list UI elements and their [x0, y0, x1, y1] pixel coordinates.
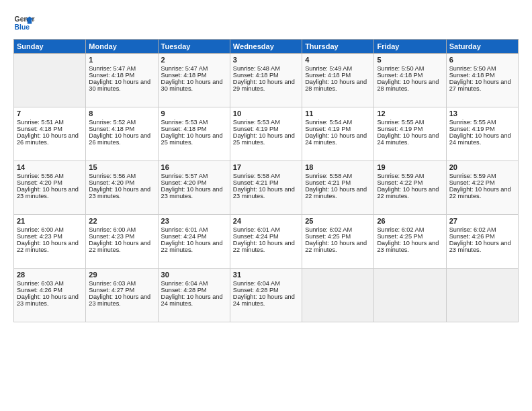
daylight-line: Daylight: 10 hours and 30 minutes. — [161, 79, 227, 92]
sunset-line: Sunset: 4:25 PM — [305, 233, 371, 240]
day-number: 2 — [161, 56, 227, 64]
sunset-line: Sunset: 4:26 PM — [449, 233, 515, 240]
day-number: 25 — [305, 217, 371, 225]
daylight-line: Daylight: 10 hours and 22 minutes. — [305, 186, 371, 199]
day-number: 30 — [161, 271, 227, 279]
day-number: 19 — [377, 163, 443, 171]
cell-w1-d4: 3Sunrise: 5:48 AMSunset: 4:18 PMDaylight… — [230, 54, 302, 107]
cell-w2-d5: 11Sunrise: 5:54 AMSunset: 4:19 PMDayligh… — [302, 107, 374, 161]
sunrise-line: Sunrise: 5:59 AM — [449, 173, 515, 179]
sunset-line: Sunset: 4:18 PM — [305, 72, 371, 79]
sunset-line: Sunset: 4:24 PM — [161, 233, 227, 240]
week-row-4: 21Sunrise: 6:00 AMSunset: 4:23 PMDayligh… — [14, 215, 519, 269]
cell-w1-d5: 4Sunrise: 5:49 AMSunset: 4:18 PMDaylight… — [302, 54, 374, 107]
cell-w1-d2: 1Sunrise: 5:47 AMSunset: 4:18 PMDaylight… — [86, 54, 158, 107]
sunrise-line: Sunrise: 6:02 AM — [305, 226, 371, 233]
sunset-line: Sunset: 4:26 PM — [17, 287, 83, 293]
sunrise-line: Sunrise: 6:01 AM — [161, 226, 227, 233]
daylight-line: Daylight: 10 hours and 22 minutes. — [161, 240, 227, 253]
week-row-2: 7Sunrise: 5:51 AMSunset: 4:18 PMDaylight… — [14, 107, 519, 161]
week-row-1: 1Sunrise: 5:47 AMSunset: 4:18 PMDaylight… — [14, 54, 519, 107]
cell-w3-d2: 15Sunrise: 5:56 AMSunset: 4:20 PMDayligh… — [86, 161, 158, 215]
cell-w1-d1 — [14, 54, 86, 107]
sunrise-line: Sunrise: 6:02 AM — [449, 226, 515, 233]
col-header-friday: Friday — [374, 40, 446, 54]
day-number: 8 — [89, 109, 154, 118]
day-number: 22 — [89, 217, 154, 225]
sunrise-line: Sunrise: 5:52 AM — [89, 119, 154, 126]
daylight-line: Daylight: 10 hours and 22 minutes. — [449, 186, 515, 199]
col-header-thursday: Thursday — [302, 40, 374, 54]
day-number: 12 — [377, 109, 443, 118]
daylight-line: Daylight: 10 hours and 23 minutes. — [89, 293, 154, 307]
daylight-line: Daylight: 10 hours and 26 minutes. — [89, 132, 154, 146]
day-number: 18 — [305, 163, 371, 171]
col-header-saturday: Saturday — [446, 40, 518, 54]
sunrise-line: Sunrise: 6:00 AM — [89, 226, 154, 233]
cell-w2-d2: 8Sunrise: 5:52 AMSunset: 4:18 PMDaylight… — [86, 107, 158, 161]
cell-w1-d3: 2Sunrise: 5:47 AMSunset: 4:18 PMDaylight… — [158, 54, 230, 107]
logo-icon: General Blue — [13, 12, 35, 34]
calendar-table: SundayMondayTuesdayWednesdayThursdayFrid… — [13, 39, 519, 322]
day-number: 10 — [233, 109, 299, 118]
sunrise-line: Sunrise: 6:03 AM — [89, 280, 154, 287]
sunset-line: Sunset: 4:28 PM — [233, 287, 299, 293]
sunrise-line: Sunrise: 5:48 AM — [233, 65, 299, 72]
day-number: 15 — [89, 163, 154, 171]
cell-w4-d7: 27Sunrise: 6:02 AMSunset: 4:26 PMDayligh… — [446, 215, 518, 269]
daylight-line: Daylight: 10 hours and 24 minutes. — [449, 132, 515, 146]
cell-w4-d1: 21Sunrise: 6:00 AMSunset: 4:23 PMDayligh… — [14, 215, 86, 269]
sunrise-line: Sunrise: 5:54 AM — [305, 119, 371, 126]
daylight-line: Daylight: 10 hours and 23 minutes. — [161, 186, 227, 199]
sunrise-line: Sunrise: 5:55 AM — [377, 119, 443, 126]
cell-w5-d6 — [374, 269, 446, 322]
sunrise-line: Sunrise: 6:04 AM — [161, 280, 227, 287]
sunrise-line: Sunrise: 5:53 AM — [233, 119, 299, 126]
daylight-line: Daylight: 10 hours and 25 minutes. — [161, 132, 227, 146]
sunset-line: Sunset: 4:23 PM — [89, 233, 154, 240]
day-number: 29 — [89, 271, 154, 279]
cell-w5-d3: 30Sunrise: 6:04 AMSunset: 4:28 PMDayligh… — [158, 269, 230, 322]
cell-w5-d5 — [302, 269, 374, 322]
cell-w4-d6: 26Sunrise: 6:02 AMSunset: 4:25 PMDayligh… — [374, 215, 446, 269]
daylight-line: Daylight: 10 hours and 23 minutes. — [377, 240, 443, 253]
daylight-line: Daylight: 10 hours and 22 minutes. — [377, 186, 443, 199]
sunset-line: Sunset: 4:18 PM — [89, 72, 154, 79]
cell-w3-d3: 16Sunrise: 5:57 AMSunset: 4:20 PMDayligh… — [158, 161, 230, 215]
logo: General Blue — [13, 12, 35, 34]
sunrise-line: Sunrise: 5:58 AM — [305, 173, 371, 179]
cell-w4-d3: 23Sunrise: 6:01 AMSunset: 4:24 PMDayligh… — [158, 215, 230, 269]
col-header-sunday: Sunday — [14, 40, 86, 54]
cell-w3-d1: 14Sunrise: 5:56 AMSunset: 4:20 PMDayligh… — [14, 161, 86, 215]
sunset-line: Sunset: 4:28 PM — [161, 287, 227, 293]
cell-w2-d3: 9Sunrise: 5:53 AMSunset: 4:18 PMDaylight… — [158, 107, 230, 161]
sunset-line: Sunset: 4:18 PM — [161, 72, 227, 79]
sunrise-line: Sunrise: 6:00 AM — [17, 226, 83, 233]
svg-text:Blue: Blue — [15, 24, 30, 31]
cell-w3-d6: 19Sunrise: 5:59 AMSunset: 4:22 PMDayligh… — [374, 161, 446, 215]
day-number: 21 — [17, 217, 83, 225]
day-number: 9 — [161, 109, 227, 118]
daylight-line: Daylight: 10 hours and 29 minutes. — [233, 79, 299, 92]
daylight-line: Daylight: 10 hours and 27 minutes. — [449, 79, 515, 92]
daylight-line: Daylight: 10 hours and 26 minutes. — [17, 132, 83, 146]
daylight-line: Daylight: 10 hours and 28 minutes. — [377, 79, 443, 92]
daylight-line: Daylight: 10 hours and 24 minutes. — [305, 132, 371, 146]
sunrise-line: Sunrise: 5:53 AM — [161, 119, 227, 126]
cell-w3-d5: 18Sunrise: 5:58 AMSunset: 4:21 PMDayligh… — [302, 161, 374, 215]
sunrise-line: Sunrise: 5:55 AM — [449, 119, 515, 126]
day-number: 13 — [449, 109, 515, 118]
sunrise-line: Sunrise: 5:58 AM — [233, 173, 299, 179]
sunrise-line: Sunrise: 5:59 AM — [377, 173, 443, 179]
day-number: 7 — [17, 109, 83, 118]
sunrise-line: Sunrise: 5:50 AM — [377, 65, 443, 72]
cell-w1-d7: 6Sunrise: 5:50 AMSunset: 4:18 PMDaylight… — [446, 54, 518, 107]
sunrise-line: Sunrise: 5:57 AM — [161, 173, 227, 179]
sunset-line: Sunset: 4:19 PM — [377, 126, 443, 132]
daylight-line: Daylight: 10 hours and 23 minutes. — [233, 186, 299, 199]
sunset-line: Sunset: 4:18 PM — [17, 126, 83, 132]
day-number: 17 — [233, 163, 299, 171]
daylight-line: Daylight: 10 hours and 28 minutes. — [305, 79, 371, 92]
daylight-line: Daylight: 10 hours and 23 minutes. — [449, 240, 515, 253]
sunrise-line: Sunrise: 5:56 AM — [17, 173, 83, 179]
